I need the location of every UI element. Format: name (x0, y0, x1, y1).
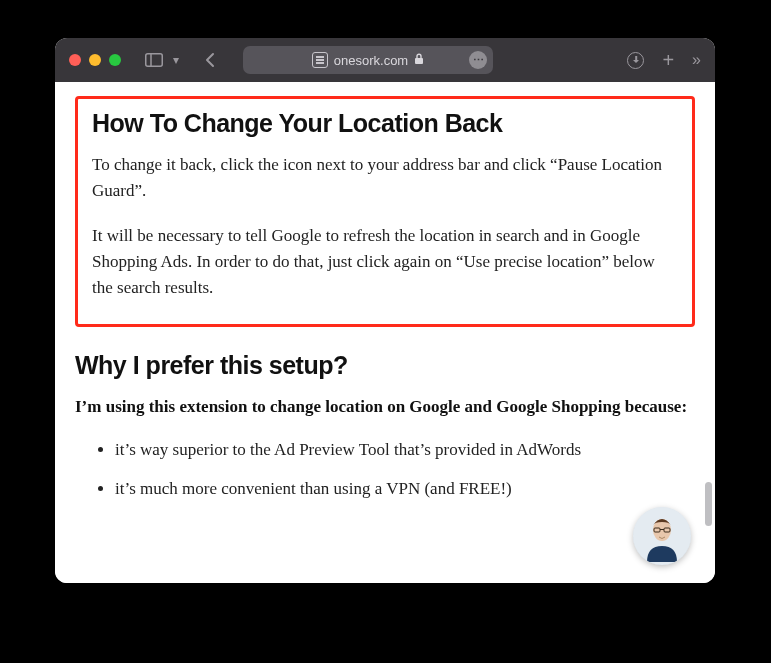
svg-rect-2 (415, 58, 423, 64)
svg-rect-0 (146, 54, 163, 67)
minimize-window-button[interactable] (89, 54, 101, 66)
sidebar-toggle-group: ▾ (141, 46, 183, 74)
section-intro: I’m using this extension to change locat… (75, 394, 695, 420)
browser-window: ▾ onesork.com ⋯ + » How To Change Your L… (55, 38, 715, 583)
lock-icon (414, 53, 424, 67)
list-item: it’s much more convenient than using a V… (115, 475, 695, 502)
show-tabs-button[interactable]: » (692, 51, 701, 69)
paragraph: It will be necessary to tell Google to r… (92, 223, 678, 302)
paragraph: To change it back, click the icon next t… (92, 152, 678, 205)
list-item: it’s way superior to the Ad Preview Tool… (115, 436, 695, 463)
toolbar-right: + » (613, 50, 701, 70)
page-content: How To Change Your Location Back To chan… (55, 82, 715, 583)
reader-mode-icon[interactable] (312, 52, 328, 68)
sidebar-toggle-button[interactable] (141, 46, 167, 74)
window-controls (69, 54, 121, 66)
chat-avatar-button[interactable] (633, 507, 691, 565)
section-heading: Why I prefer this setup? (75, 351, 695, 380)
bullet-list: it’s way superior to the Ad Preview Tool… (75, 436, 695, 502)
close-window-button[interactable] (69, 54, 81, 66)
scrollbar-thumb[interactable] (705, 482, 712, 526)
downloads-button[interactable] (627, 52, 644, 69)
titlebar: ▾ onesork.com ⋯ + » (55, 38, 715, 82)
highlighted-section: How To Change Your Location Back To chan… (75, 96, 695, 327)
new-tab-button[interactable]: + (662, 50, 674, 70)
section-heading: How To Change Your Location Back (92, 109, 678, 138)
page-settings-button[interactable]: ⋯ (469, 51, 487, 69)
back-button[interactable] (201, 46, 221, 74)
address-bar-domain: onesork.com (334, 53, 408, 68)
maximize-window-button[interactable] (109, 54, 121, 66)
address-bar[interactable]: onesork.com ⋯ (243, 46, 493, 74)
tab-groups-dropdown[interactable]: ▾ (169, 46, 183, 74)
